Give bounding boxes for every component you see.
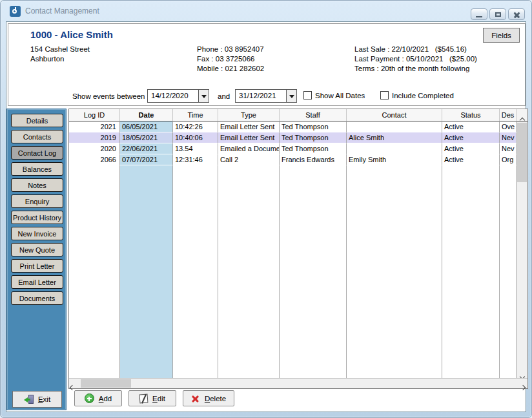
terms-line: Terms : 20th of the month following (354, 65, 469, 72)
table-row[interactable]: 202022/06/202113.54Emailed a DocumentTed… (69, 143, 517, 154)
vertical-scroll-thumb[interactable] (517, 123, 527, 182)
chevron-down-icon (289, 95, 294, 98)
table-row[interactable]: 206607/07/202112:31:46Call 2Francis Edwa… (69, 154, 517, 165)
cell-contact (347, 121, 442, 132)
edit-button[interactable]: Edit (128, 390, 176, 406)
to-date-combo[interactable]: 31/12/2021 (235, 89, 297, 103)
address-line-1: 154 Cashel Street (30, 45, 90, 53)
fax-line: Fax : 03 3725066 (197, 55, 255, 63)
cell-date: 07/07/2021 (120, 154, 173, 165)
cell-staff: Francis Edwards (280, 154, 347, 165)
add-button-label: Add (99, 395, 112, 402)
chevron-right-icon (520, 385, 526, 390)
cell-date: 06/05/2021 (120, 121, 173, 132)
cell-status: Active (442, 154, 500, 165)
chevron-left-icon (70, 385, 75, 390)
column-header-status[interactable]: Status (442, 109, 500, 121)
customer-title: 1000 - Alice Smith (30, 29, 113, 40)
table-row[interactable]: 201918/05/202110:40:06Email Letter SentT… (69, 132, 517, 143)
cell-type: Call 2 (218, 154, 280, 165)
cell-log_id: 2019 (69, 132, 120, 143)
cell-time: 13.54 (173, 143, 218, 154)
fields-button[interactable]: Fields (483, 28, 520, 43)
sidebar-item-print-letter[interactable]: Print Letter (11, 259, 63, 273)
sidebar-item-new-quote[interactable]: New Quote (11, 243, 63, 256)
cell-des: Nev (500, 132, 517, 143)
add-button[interactable]: Add (74, 390, 122, 406)
horizontal-scrollbar[interactable] (69, 378, 527, 388)
vertical-scrollbar[interactable] (517, 109, 527, 378)
delete-x-icon (191, 394, 200, 403)
cell-time: 10:42:26 (173, 121, 218, 132)
sidebar-item-product-history[interactable]: Product History (11, 211, 63, 224)
app-power-icon (10, 6, 21, 17)
last-payment-line: Last Payment : 05/10/2021 ($25.00) (354, 55, 477, 63)
from-date-dropdown-button[interactable] (198, 90, 209, 102)
column-header-contact[interactable]: Contact (347, 109, 442, 121)
cell-type: Email Letter Sent (218, 132, 280, 143)
column-header-date[interactable]: Date (120, 109, 173, 121)
to-date-dropdown-button[interactable] (286, 90, 296, 102)
cell-staff: Ted Thompson (280, 143, 347, 154)
column-header-time[interactable]: Time (173, 109, 218, 121)
cell-contact (347, 143, 442, 154)
sidebar-item-email-letter[interactable]: Email Letter (11, 275, 63, 289)
window-title: Contact Management (25, 6, 99, 16)
cell-time: 12:31:46 (173, 154, 218, 165)
sidebar-item-enquiry[interactable]: Enquiry (11, 194, 63, 208)
minimize-button[interactable] (471, 8, 487, 20)
edit-pencil-icon (139, 393, 148, 403)
sidebar-item-new-invoice[interactable]: New Invoice (11, 227, 63, 240)
scroll-left-button[interactable] (70, 381, 74, 392)
address-line-2: Ashburton (30, 55, 64, 63)
restore-button[interactable] (489, 8, 506, 20)
phone-line: Phone : 03 8952407 (197, 45, 264, 53)
customer-header-panel: 1000 - Alice Smith 154 Cashel Street Ash… (8, 23, 526, 106)
show-all-dates-checkbox[interactable] (303, 91, 312, 99)
column-header-log_id[interactable]: Log ID (69, 109, 120, 121)
titlebar[interactable]: Contact Management (1, 1, 531, 21)
mobile-line: Mobile : 021 282602 (197, 65, 264, 72)
sidebar-item-documents[interactable]: Documents (11, 291, 63, 305)
sidebar-item-details[interactable]: Details (11, 114, 63, 127)
edit-button-label: Edit (152, 395, 165, 402)
include-completed-checkbox[interactable] (380, 91, 389, 99)
cell-des: Nev (500, 143, 517, 154)
exit-door-icon (24, 395, 34, 404)
scroll-right-button[interactable] (521, 381, 525, 392)
filter-label: Show events between (72, 92, 145, 100)
cell-staff: Ted Thompson (280, 121, 347, 132)
sidebar-nav: Exit DetailsContactsContact LogBalancesN… (6, 109, 66, 410)
exit-button[interactable]: Exit (12, 391, 62, 408)
cell-status: Active (442, 121, 500, 132)
content-area: 1000 - Alice Smith 154 Cashel Street Ash… (6, 21, 526, 412)
scroll-down-button[interactable] (517, 367, 527, 378)
exit-button-label: Exit (38, 395, 50, 403)
from-date-combo[interactable]: 14/12/2020 (147, 89, 209, 103)
cell-contact: Alice Smith (347, 132, 442, 143)
sidebar-item-balances[interactable]: Balances (11, 162, 63, 176)
close-button[interactable] (508, 8, 525, 20)
cell-log_id: 2021 (69, 121, 120, 132)
column-header-des[interactable]: Des (500, 109, 517, 121)
minimize-icon (476, 16, 482, 17)
include-completed-label: Include Completed (392, 92, 454, 99)
sidebar-item-notes[interactable]: Notes (11, 178, 63, 192)
chevron-up-icon (519, 118, 524, 123)
delete-button[interactable]: Delete (183, 390, 234, 406)
scroll-up-button[interactable] (517, 109, 527, 121)
last-sale-line: Last Sale : 22/10/2021 ($545.16) (354, 45, 467, 53)
sidebar-item-contacts[interactable]: Contacts (11, 130, 63, 143)
horizontal-scroll-thumb[interactable] (81, 379, 131, 388)
cell-type: Emailed a Document (218, 143, 280, 154)
delete-button-label: Delete (205, 395, 226, 402)
table-row[interactable]: 202106/05/202110:42:26Email Letter SentT… (69, 121, 517, 132)
cell-status: Active (442, 132, 500, 143)
cell-staff: Ted Thompson (280, 132, 347, 143)
add-plus-icon (85, 393, 94, 403)
sidebar-item-contact-log[interactable]: Contact Log (11, 146, 63, 160)
app-window: Contact Management 1000 - Alice Smith 15… (0, 0, 532, 418)
column-header-type[interactable]: Type (218, 109, 280, 121)
column-header-staff[interactable]: Staff (280, 109, 347, 121)
cell-status: Active (442, 143, 500, 154)
